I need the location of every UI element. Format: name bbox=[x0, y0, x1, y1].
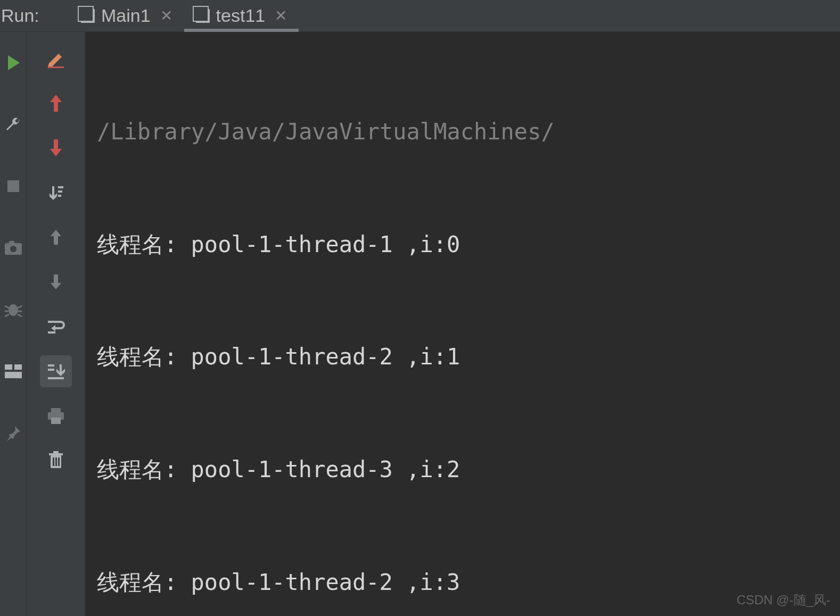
bug-icon[interactable] bbox=[0, 294, 29, 326]
svg-rect-13 bbox=[14, 364, 22, 370]
svg-rect-28 bbox=[53, 451, 59, 453]
tab-label: test11 bbox=[216, 5, 266, 26]
console-toolbar bbox=[27, 32, 85, 616]
svg-rect-16 bbox=[58, 186, 63, 188]
svg-rect-27 bbox=[49, 453, 63, 455]
soft-wrap-icon[interactable] bbox=[40, 311, 72, 343]
close-icon[interactable]: ✕ bbox=[160, 7, 172, 24]
run-icon[interactable] bbox=[0, 47, 29, 79]
down-arrow-gray-icon[interactable] bbox=[40, 266, 72, 298]
left-gutter bbox=[0, 32, 27, 616]
layout-icon[interactable] bbox=[0, 355, 29, 387]
up-arrow-icon[interactable] bbox=[40, 87, 72, 119]
camera-icon[interactable] bbox=[0, 232, 29, 264]
wrench-icon[interactable] bbox=[0, 109, 29, 140]
stop-icon[interactable] bbox=[0, 170, 29, 202]
svg-line-9 bbox=[18, 306, 22, 308]
svg-rect-25 bbox=[51, 418, 61, 424]
run-label: Run: bbox=[0, 5, 69, 26]
svg-line-6 bbox=[5, 306, 9, 308]
sort-icon[interactable] bbox=[40, 177, 72, 209]
svg-rect-31 bbox=[58, 457, 60, 466]
tab-label: Main1 bbox=[101, 5, 151, 26]
svg-point-5 bbox=[9, 304, 18, 316]
tab-main1[interactable]: Main1 ✕ bbox=[69, 0, 184, 31]
print-icon[interactable] bbox=[40, 400, 72, 432]
watermark: CSDN @-随_风- bbox=[737, 592, 830, 609]
run-panel-body: /Library/Java/JavaVirtualMachines/ 线程名: … bbox=[0, 32, 840, 616]
up-arrow-gray-icon[interactable] bbox=[40, 221, 72, 253]
svg-rect-17 bbox=[58, 190, 62, 193]
svg-rect-22 bbox=[48, 377, 64, 379]
svg-rect-12 bbox=[5, 364, 12, 370]
svg-point-3 bbox=[10, 246, 17, 252]
window-icon bbox=[196, 9, 210, 23]
close-icon[interactable]: ✕ bbox=[275, 7, 287, 24]
clear-icon[interactable] bbox=[40, 43, 72, 74]
down-arrow-icon[interactable] bbox=[40, 132, 72, 164]
svg-rect-29 bbox=[53, 457, 54, 466]
console-line: 线程名: pool-1-thread-3 ,i:2 bbox=[97, 451, 840, 489]
svg-rect-20 bbox=[48, 364, 54, 367]
svg-rect-18 bbox=[58, 195, 61, 197]
svg-marker-0 bbox=[8, 55, 20, 70]
run-tabs: Main1 ✕ test11 ✕ bbox=[69, 0, 299, 31]
svg-rect-4 bbox=[9, 241, 14, 244]
console-line: 线程名: pool-1-thread-2 ,i:3 bbox=[97, 564, 840, 602]
tab-test11[interactable]: test11 ✕ bbox=[184, 0, 299, 31]
svg-line-8 bbox=[5, 314, 9, 317]
svg-rect-21 bbox=[48, 369, 54, 371]
console-path: /Library/Java/JavaVirtualMachines/ bbox=[97, 113, 840, 151]
run-tab-bar: Run: Main1 ✕ test11 ✕ bbox=[0, 0, 840, 32]
svg-rect-19 bbox=[48, 331, 55, 334]
scroll-to-end-icon[interactable] bbox=[40, 355, 72, 387]
window-icon bbox=[81, 9, 95, 23]
console-line: 线程名: pool-1-thread-2 ,i:1 bbox=[97, 338, 840, 376]
svg-rect-15 bbox=[48, 66, 64, 68]
svg-rect-1 bbox=[7, 180, 19, 192]
console-line: 线程名: pool-1-thread-1 ,i:0 bbox=[97, 226, 840, 264]
pin-icon[interactable] bbox=[0, 417, 29, 449]
svg-line-11 bbox=[18, 314, 22, 317]
svg-rect-14 bbox=[5, 372, 22, 378]
console-output[interactable]: /Library/Java/JavaVirtualMachines/ 线程名: … bbox=[85, 32, 840, 616]
svg-rect-23 bbox=[51, 408, 61, 412]
trash-icon[interactable] bbox=[40, 445, 72, 477]
svg-rect-30 bbox=[55, 457, 57, 466]
